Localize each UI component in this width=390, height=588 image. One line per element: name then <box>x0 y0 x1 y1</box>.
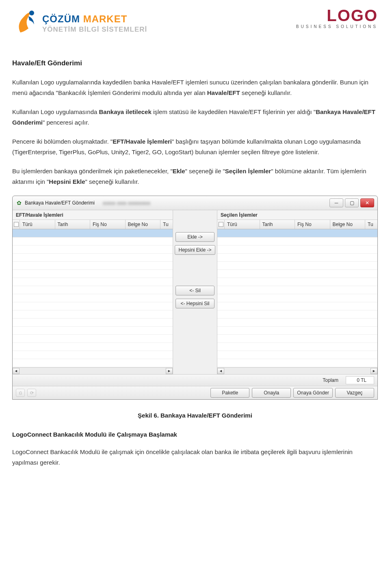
left-column-headers: Türü Tarih Fiş No Belge No Tu <box>13 220 173 229</box>
col-tarih[interactable]: Tarih <box>55 220 91 229</box>
totals-label: Toplam <box>323 377 338 383</box>
cozum-icon <box>12 8 38 39</box>
vazgec-label: Vazgeç <box>347 390 362 396</box>
scroll-right-icon[interactable]: ► <box>166 368 173 374</box>
hepsini-ekle-button[interactable]: Hepsini Ekle -> <box>175 245 215 255</box>
title-part-orange: MARKET <box>83 13 128 24</box>
refresh-icon[interactable]: ⟳ <box>27 389 36 397</box>
page-header: ÇÖZÜM MARKET YÖNETİM BİLGİ SİSTEMLERİ LO… <box>12 8 378 39</box>
col-belgeno-r[interactable]: Belge No <box>330 220 366 229</box>
p2-b: işlem statüsü ile kaydedilen Havale/EFT … <box>152 108 316 115</box>
paragraph-2: Kullanılan Logo uygulamasında Bankaya il… <box>12 107 378 127</box>
p2-c: " penceresi açılır. <box>43 119 89 126</box>
transfer-buttons: Ekle -> Hepsini Ekle -> <- Sil <- Hepsin… <box>173 210 217 374</box>
window-title: Bankaya Havale/EFT Gönderimi <box>25 200 95 206</box>
right-pane: Seçilen İşlemler Türü Tarih Fiş No Belge… <box>217 210 377 374</box>
doc-title: Havale/Eft Gönderimi <box>12 59 378 67</box>
action-row: ⎙ ⟳ Paketle Onayla Onaya Gönder Vazgeç <box>13 386 377 399</box>
col-fisno-r[interactable]: Fiş No <box>295 220 330 229</box>
cozum-subtitle: YÖNETİM BİLGİ SİSTEMLERİ <box>42 26 147 34</box>
svg-point-0 <box>29 11 34 15</box>
logo-brand: LOGO <box>296 8 378 23</box>
titlebar-blur-text: ■■■■ ■■■ ■■■■■■■ <box>103 200 150 206</box>
row-picker[interactable] <box>13 220 20 229</box>
p1-tail: seçeneği kullanılır. <box>240 89 292 96</box>
p4-bold-2: Seçilen İşlemler <box>225 168 271 174</box>
p1-bold-1: Havale/EFT <box>207 89 240 96</box>
onaya-gonder-button[interactable]: Onaya Gönder <box>293 388 333 398</box>
title-part-blue: ÇÖZÜM <box>42 13 83 24</box>
col-fisno[interactable]: Fiş No <box>90 220 126 229</box>
p2-bold-1: Bankaya iletilecek <box>99 108 152 115</box>
totals-row: Toplam 0 TL <box>13 374 377 386</box>
p4-bold-3: Hepsini Ekle <box>49 178 85 185</box>
right-pane-header: Seçilen İşlemler <box>217 210 377 220</box>
col-tarih-r[interactable]: Tarih <box>260 220 295 229</box>
p2-a: Kullanılan Logo uygulamasında <box>12 108 99 115</box>
section-paragraph: LogoConnect Bankacılık Modulü ile çalışm… <box>12 447 378 467</box>
p4-bold-1: Ekle <box>173 168 185 174</box>
scroll-left-icon-r[interactable]: ◄ <box>217 368 224 374</box>
right-grid[interactable] <box>217 229 377 367</box>
left-pane-header: EFT/Havale İşlemleri <box>13 210 173 220</box>
left-hscroll[interactable]: ◄ ► <box>13 367 173 374</box>
minimize-button[interactable]: ─ <box>329 198 343 207</box>
p3-bold-1: EFT/Havale İşlemleri <box>113 138 172 145</box>
p4-a: Bu işlemlerden bankaya gönderilmek için … <box>12 168 173 174</box>
p4-d: " seçeneği kullanılır. <box>85 178 139 185</box>
logo-logo-business: LOGO BUSINESS SOLUTIONS <box>296 8 378 29</box>
hepsini-sil-button[interactable]: <- Hepsini Sil <box>176 299 214 308</box>
paragraph-3: Pencere iki bölümden oluşmaktadır. "EFT/… <box>12 136 378 157</box>
col-turu[interactable]: Türü <box>20 220 55 229</box>
figure-caption: Şekil 6. Bankaya Havale/EFT Gönderimi <box>12 412 378 419</box>
col-tu[interactable]: Tu <box>160 220 173 229</box>
paketle-label: Paketle <box>222 390 238 396</box>
logo-cozum-market: ÇÖZÜM MARKET YÖNETİM BİLGİ SİSTEMLERİ <box>12 8 147 39</box>
cozum-title: ÇÖZÜM MARKET <box>42 13 147 25</box>
totals-value: 0 TL <box>346 376 374 384</box>
sil-label: <- Sil <box>189 288 201 293</box>
onaya-gonder-label: Onaya Gönder <box>297 390 329 396</box>
right-hscroll[interactable]: ◄ ► <box>217 367 377 374</box>
grid-selected-row-r[interactable] <box>217 229 377 237</box>
close-button[interactable]: ✕ <box>360 198 374 207</box>
p3-a: Pencere iki bölümden oluşmaktadır. " <box>12 138 113 145</box>
hepsini-ekle-label: Hepsini Ekle -> <box>178 247 211 253</box>
ekle-button[interactable]: Ekle -> <box>176 232 214 242</box>
titlebar[interactable]: ✿ Bankaya Havale/EFT Gönderimi ■■■■ ■■■ … <box>13 196 377 210</box>
hepsini-sil-label: <- Hepsini Sil <box>180 301 209 306</box>
scroll-left-icon[interactable]: ◄ <box>13 368 20 374</box>
col-turu-r[interactable]: Türü <box>225 220 260 229</box>
maximize-button[interactable]: ▢ <box>345 198 359 207</box>
p4-b: " seçeneği ile " <box>185 168 225 174</box>
onayla-label: Onayla <box>264 390 279 396</box>
onayla-button[interactable]: Onayla <box>252 388 291 398</box>
left-pane: EFT/Havale İşlemleri Türü Tarih Fiş No B… <box>13 210 173 374</box>
sil-button[interactable]: <- Sil <box>176 286 214 295</box>
scroll-right-icon-r[interactable]: ► <box>370 368 377 374</box>
vazgec-button[interactable]: Vazgeç <box>335 388 374 398</box>
paketle-button[interactable]: Paketle <box>210 388 249 398</box>
col-belgeno[interactable]: Belge No <box>126 220 161 229</box>
left-grid[interactable] <box>13 229 173 367</box>
col-tu-r[interactable]: Tu <box>365 220 377 229</box>
ekle-label: Ekle -> <box>187 234 203 240</box>
grid-selected-row[interactable] <box>13 229 173 237</box>
logo-tagline: BUSINESS SOLUTIONS <box>296 24 378 29</box>
export-icon[interactable]: ⎙ <box>16 389 25 397</box>
row-picker-right[interactable] <box>217 220 225 229</box>
section-heading: LogoConnect Bankacılık Modulü ile Çalışm… <box>12 431 378 438</box>
right-column-headers: Türü Tarih Fiş No Belge No Tu <box>217 220 377 229</box>
p1-text: Kullanılan Logo uygulamalarında kaydedil… <box>12 79 368 96</box>
paragraph-4: Bu işlemlerden bankaya gönderilmek için … <box>12 166 378 187</box>
app-icon: ✿ <box>16 200 22 206</box>
paragraph-1: Kullanılan Logo uygulamalarında kaydedil… <box>12 77 378 98</box>
havale-eft-window: ✿ Bankaya Havale/EFT Gönderimi ■■■■ ■■■ … <box>12 196 378 400</box>
